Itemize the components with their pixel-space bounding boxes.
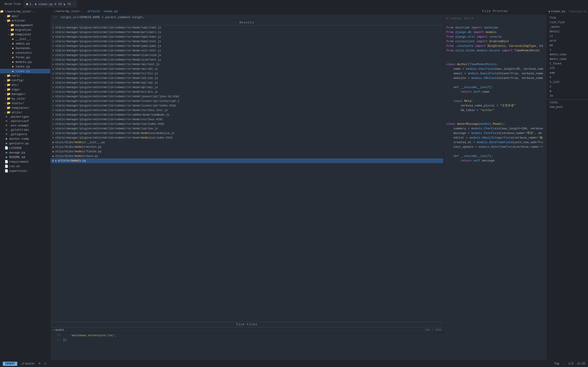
result-item-solr[interactable]: ≡ static/manager/plugins/editormd/lib/co… (51, 48, 443, 53)
fr-item-ments-view2: ments_view (547, 57, 588, 61)
sidebar-item-utils[interactable]: ▸ 📂 utils/ (0, 110, 50, 115)
tab-close-views[interactable]: ✕ (73, 2, 75, 6)
find-files-input[interactable] (55, 328, 424, 332)
sidebar-item-dockerignore[interactable]: ≡ .dockerigno (0, 115, 50, 119)
code-line-num: 20 (53, 16, 57, 19)
sidebar-item-config[interactable]: ▸ 📂 config/ (0, 78, 50, 83)
result-item-utils-base[interactable]: ◆ utils/dlibs/models/base.py (51, 154, 443, 158)
file-icon: ≡ (52, 104, 54, 107)
result-item-toml[interactable]: ≡ static/manager/plugins/editormd/lib/co… (51, 25, 443, 30)
sidebar-item-api[interactable]: ▸ 📂 api/ (0, 14, 50, 18)
result-path: static/manager/plugins/editormd/lib/code… (55, 136, 173, 140)
sidebar-root-label: ~/work/my_site/.. (5, 10, 35, 13)
result-item-less-html[interactable]: ≡ static/manager/plugins/editormd/lib/co… (51, 117, 443, 122)
sidebar-item-article[interactable]: ▾ 📂 article/ (0, 18, 50, 23)
sidebar-root[interactable]: 📁 ~/work/my_site/.. (0, 9, 50, 14)
result-item-xml-test[interactable]: ≡ static/manager/plugins/editormd/lib/co… (51, 62, 443, 67)
result-item-modelica-js[interactable]: ≡ static/manager/plugins/editormd/lib/co… (51, 131, 443, 135)
main-area: 📁 ~/work/my_site/.. ▸ 📂 api/ ▾ 📂 article… (0, 8, 588, 360)
result-item-utils-mixins[interactable]: ◆ utils/dlibs/models/mixins.py (51, 145, 443, 149)
preview-line-empty7 (443, 117, 547, 122)
sidebar-item-models[interactable]: ◆ models.py (0, 60, 50, 64)
sidebar-item-backends[interactable]: ◆ backends. (0, 46, 50, 50)
result-item-haml-test[interactable]: ≡ static/manager/plugins/editormd/lib/co… (51, 39, 443, 44)
result-item-less-test[interactable]: ≡ static/manager/plugins/editormd/lib/co… (51, 108, 443, 113)
result-item-xml[interactable]: ≡ static/manager/plugins/editormd/lib/co… (51, 67, 443, 71)
result-item-yaml[interactable]: ≡ static/manager/plugins/editormd/lib/co… (51, 44, 443, 48)
file-dot-init: ◆ (11, 37, 15, 41)
result-item-modelica-html[interactable]: ≡ static/manager/plugins/editormd/lib/co… (51, 135, 443, 140)
branch-icon: ⎇ (21, 362, 24, 365)
sidebar-item-readme[interactable]: ◆ README.md (0, 155, 50, 159)
result-item-tcl[interactable]: ≡ static/manager/plugins/editormd/lib/co… (51, 71, 443, 76)
result-item-apl[interactable]: ≡ static/manager/plugins/editormd/lib/co… (51, 85, 443, 90)
sidebar-item-forms[interactable]: ◆ forms.py (0, 55, 50, 60)
result-item-lua[interactable]: ≡ static/manager/plugins/editormd/lib/co… (51, 126, 443, 131)
find-files-title: Find Files (51, 322, 443, 327)
result-path: utils/dlibs/models/fields.py (55, 150, 102, 153)
sidebar-item-management[interactable]: ▸ 📂 management (0, 23, 50, 27)
result-item-haml[interactable]: ≡ static/manager/plugins/editormd/lib/co… (51, 35, 443, 39)
file-icon: ≡ (52, 40, 54, 43)
sidebar-item-requirements[interactable]: 📄 requirement (0, 159, 50, 164)
fr-item-new-post: new_post (547, 105, 588, 109)
sidebar-item-static[interactable]: ▸ 📂 static/ (0, 101, 50, 106)
tab-views[interactable]: 1. ◆ views.py ⊕ 29 ▲ 78 ✕ (23, 0, 77, 8)
empty5 (446, 94, 544, 99)
file-icon: ≡ (52, 100, 54, 102)
result-item-livescript[interactable]: ≡ static/manager/plugins/editormd/lib/co… (51, 99, 443, 103)
result-item-lua-index[interactable]: ≡ static/manager/plugins/editormd/lib/co… (51, 122, 443, 126)
result-item-slim-test[interactable]: ≡ static/manager/plugins/editormd/lib/co… (51, 58, 443, 62)
sidebar-item-gitignore[interactable]: ≡ .gitignore (0, 132, 50, 136)
result-item-loadmode[interactable]: ≡ static/manager/plugins/editormd/lib/co… (51, 113, 443, 117)
file-dot: ◆ (52, 146, 54, 148)
result-item-ecl[interactable]: ≡ static/manager/plugins/editormd/lib/co… (51, 90, 443, 94)
sidebar-item-gitattrib[interactable]: ≡ .gitattribu (0, 128, 50, 132)
tab-bar: Nvim-Tree 1. ◆ views.py ⊕ 29 ▲ 78 ✕ (0, 0, 588, 8)
sidebar-item-logs[interactable]: ▸ 📂 logs/ (0, 87, 50, 92)
result-item-json-ld[interactable]: ≡ static/manager/plugins/editormd/lib/co… (51, 94, 443, 99)
sidebar-item-supervisor[interactable]: 📄 supervisor. (0, 169, 50, 173)
results-list[interactable]: ≡ static/manager/plugins/editormd/lib/co… (51, 25, 443, 322)
result-item-sql[interactable]: ≡ static/manager/plugins/editormd/lib/co… (51, 81, 443, 85)
preview-line-website: website = models.URLField(blank=True, ve… (443, 76, 547, 81)
sidebar-label-license: LICENSE (9, 146, 22, 150)
sidebar-item-manager[interactable]: ▸ 📂 manager/ (0, 92, 50, 96)
empty3 (446, 58, 544, 62)
sidebar-item-templates-root[interactable]: ▸ 📂 templates/ (0, 106, 50, 110)
sidebar-item-constants[interactable]: ◆ constants (0, 50, 50, 55)
result-item-article-models[interactable]: ◆ ◆ article/models.py (51, 158, 443, 163)
sidebar-item-views[interactable]: ◆ views.py (0, 69, 50, 73)
sidebar-item-manage[interactable]: ◆ manage.py (0, 150, 50, 155)
result-item-utils-fields[interactable]: ◆ utils/dlibs/models/fields.py (51, 149, 443, 154)
file-dot-tasks: ◆ (11, 65, 15, 68)
sidebar-item-gunicorn[interactable]: ◆ gunicorn.py (0, 141, 50, 146)
sidebar-item-tasks[interactable]: ◆ tasks.py (0, 64, 50, 69)
sidebar-item-editorconf[interactable]: ≡ .editorconf (0, 119, 50, 123)
result-item-slim[interactable]: ≡ static/manager/plugins/editormd/lib/co… (51, 53, 443, 58)
tab-nvim-tree[interactable]: Nvim-Tree (2, 0, 23, 8)
sidebar-item-migration[interactable]: ▸ 📂 migration (0, 27, 50, 32)
result-item-livescript-index[interactable]: ≡ static/manager/plugins/editormd/lib/co… (51, 103, 443, 108)
sidebar-item-license[interactable]: 📄 LICENSE (0, 146, 50, 150)
sidebar-item-cert[interactable]: ▸ 📂 cert/ (0, 73, 50, 78)
result-item-utils-init[interactable]: ◆ utils/dlibs/models/__init__.py (51, 140, 443, 145)
preview-code[interactable]: # coding: utf-8 from datetime import dat… (443, 15, 547, 360)
result-item-idl[interactable]: ≡ static/manager/plugins/editormd/lib/co… (51, 76, 443, 81)
sidebar-item-admin[interactable]: ◆ admin.py (0, 41, 50, 46)
file-icon-license: 📄 (5, 146, 8, 150)
result-item-perl[interactable]: ≡ static/manager/plugins/editormd/lib/co… (51, 30, 443, 35)
far-right-panel: ◆ views.py Function:18 file rich_file _m… (547, 8, 588, 360)
sidebar-item-docker-compose[interactable]: ◆ docker-comp (0, 136, 50, 141)
sidebar-item-etc[interactable]: ▸ 📂 etc/ (0, 83, 50, 87)
sidebar-item-runsh[interactable]: 📄 run.sh (0, 164, 50, 169)
folder-icon-manager: 📂 (7, 92, 10, 96)
result-path: static/manager/plugins/editormd/lib/code… (55, 54, 161, 57)
sidebar-item-envexample[interactable]: ≡ .env.exampl (0, 123, 50, 128)
sidebar-item-init[interactable]: ◆ __init__. (0, 37, 50, 41)
file-icon: ≡ (52, 86, 54, 89)
line-content-17: ]) (63, 338, 441, 342)
sidebar-item-mysite[interactable]: ▸ 📂 my_site/ (0, 96, 50, 101)
file-dot-constants: ◆ (11, 51, 15, 55)
sidebar-item-templates[interactable]: ▸ 📂 templatet (0, 32, 50, 37)
